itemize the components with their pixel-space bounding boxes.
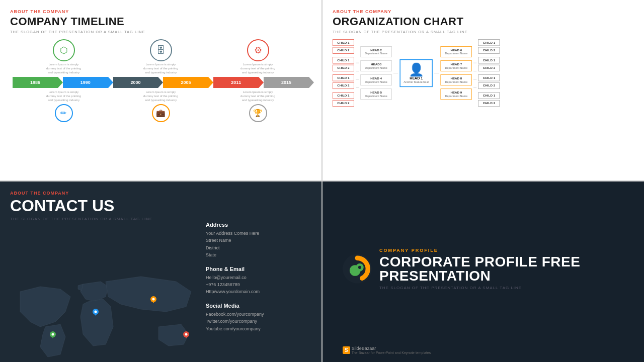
org-head-8: HEAD 8 Department Name — [441, 74, 472, 85]
org-head-3: HEAD3 Department Name — [360, 60, 391, 71]
org-left-child-2-1: CHILD 1 — [333, 57, 354, 63]
tl-bottom-text-3: Lorem Ipsum is simply dummy text of the … — [238, 90, 278, 102]
org-left-child-3-1: CHILD 1 — [333, 74, 354, 81]
sb-info: SlideBazaar The Bazaar for PowerPoint an… — [352, 346, 431, 354]
world-map-svg — [0, 261, 216, 362]
org-right-child-3-1: CHILD 1 — [478, 74, 500, 81]
address-line-4: State — [206, 251, 306, 258]
svg-point-11 — [358, 266, 361, 269]
phone-section: Phone & Email Hello@youremail.co +976 12… — [206, 266, 306, 296]
conn-2 — [356, 71, 359, 71]
contact-info-section: Address Your Address Comes Here Street N… — [206, 222, 306, 339]
conn-4 — [356, 87, 359, 88]
phone-line-2: +976 123456789 — [206, 281, 306, 288]
tl-icon-text-3: Lorem Ipsum is simply dummy text of the … — [238, 63, 278, 74]
center-head-name: HEAD 1 — [404, 76, 429, 80]
main-grid: ABOUT THE COMPANY COMPANY TIMELINE THE S… — [0, 0, 644, 362]
org-right-group-1: CHILD 1 CHILD 2 — [478, 39, 500, 54]
contact-about: ABOUT THE COMPANY — [10, 191, 311, 196]
corporate-panel: COMPANY PROFILE CORPORATE PROFILE FREE P… — [323, 182, 644, 362]
corp-text-area: COMPANY PROFILE CORPORATE PROFILE FREE P… — [379, 248, 624, 290]
contact-tagline: THE SLOGAN OF THE PRESENTATION OR A SMAL… — [10, 217, 311, 221]
svg-point-5 — [185, 333, 188, 336]
org-right-child-1-2: CHILD 2 — [478, 47, 500, 54]
conn-to-center — [393, 73, 398, 73]
org-right-heads: HEAD 6 Department Name HEAD 7 Department… — [441, 46, 472, 100]
tl-bottom-text-1: Lorem Ipsum is simply dummy text of the … — [44, 90, 84, 102]
timeline-panel: ABOUT THE COMPANY COMPANY TIMELINE THE S… — [0, 0, 321, 180]
address-section: Address Your Address Comes Here Street N… — [206, 222, 306, 259]
address-line-3: District — [206, 244, 306, 251]
tl-bottom-text-2: Lorem Ipsum is simply dummy text of the … — [141, 90, 181, 102]
org-head-9: HEAD 9 Department Name — [441, 88, 472, 100]
org-left-connectors — [356, 58, 359, 87]
svg-point-1 — [95, 311, 97, 313]
year-1986: 1986 — [13, 77, 58, 88]
org-left-child-3-2: CHILD 2 — [333, 82, 354, 89]
year-2011: 2011 — [213, 77, 259, 88]
slidebazaar-footer: S SlideBazaar The Bazaar for PowerPoint … — [343, 346, 431, 354]
address-title: Address — [206, 222, 306, 228]
address-line-2: Street Name — [206, 237, 306, 244]
tl-icon-text-1: Lorem Ipsum is simply dummy text of the … — [44, 63, 84, 74]
tl-bottom-3: Lorem Ipsum is simply dummy text of the … — [238, 90, 278, 123]
center-person-icon: 👤 — [404, 63, 429, 75]
timeline-top-icons: ⬡ Lorem Ipsum is simply dummy text of th… — [10, 39, 311, 74]
timeline-about: ABOUT THE COMPANY — [10, 9, 311, 14]
rconn-2 — [473, 71, 476, 71]
tl-icon-circle-1: ⬡ — [53, 39, 75, 61]
sb-brand: S SlideBazaar The Bazaar for PowerPoint … — [343, 346, 431, 354]
org-left-child-1-1: CHILD 1 — [333, 39, 354, 46]
tl-icon-text-2: Lorem Ipsum is simply dummy text of the … — [141, 63, 181, 74]
org-left-heads: HEAD 2 Department Name HEAD3 Department … — [360, 46, 391, 100]
timeline-tagline: THE SLOGAN OF THE PRESENTATION OR A SMAL… — [10, 30, 311, 34]
org-right-connectors — [473, 58, 476, 87]
svg-point-3 — [152, 298, 155, 301]
phone-title: Phone & Email — [206, 266, 306, 272]
social-title: Social Media — [206, 303, 306, 309]
org-right-child-2-2: CHILD 2 — [478, 65, 500, 71]
org-left-group-1: CHILD 1 CHILD 2 — [333, 39, 354, 54]
conn-3 — [356, 79, 359, 80]
org-center-node: 👤 HEAD 1 Another feature hear — [399, 59, 433, 86]
org-right-group-2: CHILD 1 CHILD 2 — [478, 57, 500, 71]
year-2005: 2005 — [163, 77, 208, 88]
social-line-2: Twitter.com/yourcompany — [206, 318, 306, 325]
org-left-group-3: CHILD 1 CHILD 2 — [333, 74, 354, 89]
org-right-child-1-1: CHILD 1 — [478, 39, 500, 46]
org-head-6: HEAD 6 Department Name — [441, 46, 472, 57]
corp-logo-area: COMPANY PROFILE CORPORATE PROFILE FREE P… — [343, 248, 624, 290]
org-title: ORGANIZATION CHART — [333, 15, 634, 28]
tl-icon-circle-3: ⚙ — [247, 39, 269, 61]
conn-1 — [356, 63, 359, 63]
org-left-children: CHILD 1 CHILD 2 CHILD 1 CHILD 2 CHILD 1 … — [333, 39, 354, 107]
social-line-1: Facebook.com/yourcompany — [206, 311, 306, 318]
rconn-1 — [473, 63, 476, 63]
year-1990: 1990 — [63, 77, 108, 88]
conn-from-center — [434, 73, 439, 73]
year-2015: 2015 — [264, 77, 309, 88]
org-about: ABOUT THE COMPANY — [333, 9, 634, 14]
phone-line-3: Http/www.yourdomain.com — [206, 288, 306, 295]
org-head-5: HEAD 5 Department Name — [360, 88, 391, 100]
tl-bottom-icon-3: 🏆 — [249, 104, 267, 122]
phone-line-1: Hello@youremail.co — [206, 274, 306, 281]
org-left-group-2: CHILD 1 CHILD 2 — [333, 57, 354, 71]
contact-panel: ABOUT THE COMPANY CONTACT US THE SLOGAN … — [0, 182, 321, 362]
year-2000: 2000 — [113, 77, 158, 88]
org-right-group-4: CHILD 1 CHILD 2 — [478, 92, 500, 107]
world-map-area — [0, 261, 216, 362]
social-line-3: Youtube.com/yourcompany — [206, 325, 306, 332]
org-head-4: HEAD 4 Department Name — [360, 74, 391, 85]
tl-icon-3: ⚙ Lorem Ipsum is simply dummy text of th… — [238, 39, 278, 74]
tl-bottom-2: Lorem Ipsum is simply dummy text of the … — [141, 90, 181, 123]
org-head-2: HEAD 2 Department Name — [360, 46, 391, 57]
org-left-group-4: CHILD 1 CHILD 2 — [333, 92, 354, 107]
contact-title: CONTACT US — [10, 197, 311, 215]
org-right-child-4-2: CHILD 2 — [478, 100, 500, 107]
tl-bottom-1: Lorem Ipsum is simply dummy text of the … — [44, 90, 84, 123]
timeline-bar: 1986 1990 2000 2005 2011 2015 — [10, 77, 311, 88]
svg-point-7 — [52, 333, 54, 336]
org-left-child-1-2: CHILD 2 — [333, 47, 354, 54]
rconn-4 — [473, 87, 476, 88]
